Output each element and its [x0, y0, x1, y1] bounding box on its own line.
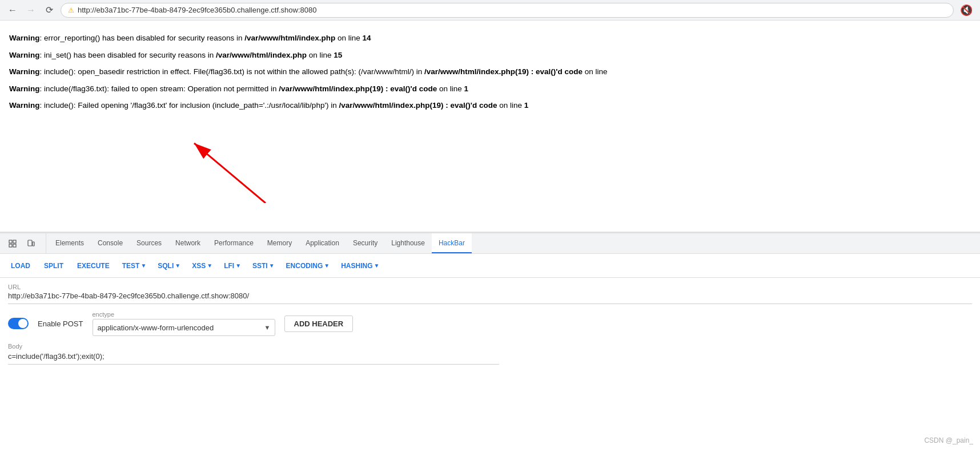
device-toolbar-button[interactable]: [23, 236, 39, 252]
svg-rect-2: [9, 240, 12, 243]
devtools-tab-console[interactable]: Console: [91, 233, 130, 253]
browser-chrome: ← → ⟳ ⚠ http://eb3a71bc-77be-4bab-8479-2…: [0, 0, 980, 21]
page-content: Warning: error_reporting() has been disa…: [0, 21, 980, 232]
devtools-tab-elements[interactable]: Elements: [49, 233, 91, 253]
devtools-tabs-list: ElementsConsoleSourcesNetworkPerformance…: [49, 233, 472, 253]
hackbar-lfi-button[interactable]: LFI▼: [219, 258, 246, 273]
devtools-tab-performance[interactable]: Performance: [207, 233, 260, 253]
hackbar-split-button[interactable]: SPLIT: [38, 258, 70, 273]
url-value[interactable]: http://eb3a71bc-77be-4bab-8479-2ec9fce36…: [8, 292, 972, 304]
enable-post-toggle[interactable]: [8, 318, 29, 329]
hackbar-buttons-group: LOADSPLITEXECUTETEST▼SQLI▼XSS▼LFI▼SSTI▼E…: [5, 258, 384, 273]
back-button[interactable]: ←: [6, 3, 19, 17]
warning-line: Warning: include(/flag36.txt): failed to…: [9, 83, 971, 95]
mute-button[interactable]: 🔇: [958, 2, 974, 18]
devtools-tab-sources[interactable]: Sources: [130, 233, 168, 253]
url-section: URL http://eb3a71bc-77be-4bab-8479-2ec9f…: [8, 284, 972, 304]
enctype-select-wrapper: application/x-www-form-urlencodedmultipa…: [93, 319, 275, 336]
body-section: Body c=include('/flag36.txt');exit(0);: [8, 343, 972, 365]
devtools-tab-network[interactable]: Network: [168, 233, 207, 253]
devtools-tab-memory[interactable]: Memory: [260, 233, 299, 253]
hackbar-sqli-button[interactable]: SQLI▼: [152, 258, 186, 273]
inspect-element-button[interactable]: [5, 236, 21, 252]
warning-line: Warning: ini_set() has been disabled for…: [9, 49, 971, 62]
body-label: Body: [8, 343, 972, 350]
body-value[interactable]: c=include('/flag36.txt');exit(0);: [8, 352, 499, 365]
post-row: Enable POST enctype application/x-www-fo…: [8, 311, 972, 336]
add-header-button[interactable]: ADD HEADER: [284, 315, 354, 332]
devtools-tab-bar: ElementsConsoleSourcesNetworkPerformance…: [0, 233, 980, 254]
hackbar-hashing-button[interactable]: HASHING▼: [336, 258, 384, 273]
csdn-watermark: CSDN @_pain_: [924, 436, 973, 444]
hackbar-test-button[interactable]: TEST▼: [117, 258, 152, 273]
hackbar-execute-button[interactable]: EXECUTE: [71, 258, 116, 273]
address-text: http://eb3a71bc-77be-4bab-8479-2ec9fce36…: [78, 6, 316, 14]
reload-button[interactable]: ⟳: [42, 3, 56, 17]
hackbar-body: URL http://eb3a71bc-77be-4bab-8479-2ec9f…: [0, 278, 980, 449]
svg-rect-6: [28, 240, 32, 246]
svg-rect-7: [33, 242, 34, 246]
hackbar-xss-button[interactable]: XSS▼: [187, 258, 218, 273]
svg-rect-4: [9, 244, 12, 247]
forward-button[interactable]: →: [24, 3, 38, 17]
enable-post-label: Enable POST: [38, 319, 83, 328]
enctype-group: enctype application/x-www-form-urlencode…: [93, 311, 275, 336]
warning-line: Warning: error_reporting() has been disa…: [9, 32, 971, 45]
devtools-tab-application[interactable]: Application: [299, 233, 346, 253]
warning-line: Warning: include(): Failed opening '/fla…: [9, 99, 971, 112]
devtools-tab-lighthouse[interactable]: Lighthouse: [384, 233, 432, 253]
devtools-tab-hackbar[interactable]: HackBar: [432, 233, 472, 253]
security-warning-icon: ⚠: [68, 6, 74, 14]
svg-rect-3: [13, 240, 16, 243]
devtools-icon-group: [5, 233, 46, 253]
devtools-tab-security[interactable]: Security: [346, 233, 384, 253]
hackbar-ssti-button[interactable]: SSTI▼: [247, 258, 280, 273]
devtools-panel: ElementsConsoleSourcesNetworkPerformance…: [0, 232, 980, 449]
hackbar-load-button[interactable]: LOAD: [5, 258, 37, 273]
enctype-select[interactable]: application/x-www-form-urlencodedmultipa…: [93, 319, 275, 336]
svg-rect-5: [13, 244, 16, 247]
hackbar-encoding-button[interactable]: ENCODING▼: [281, 258, 335, 273]
address-bar[interactable]: ⚠ http://eb3a71bc-77be-4bab-8479-2ec9fce…: [61, 3, 954, 18]
hackbar-toolbar: LOADSPLITEXECUTETEST▼SQLI▼XSS▼LFI▼SSTI▼E…: [0, 254, 980, 278]
enctype-label: enctype: [93, 311, 275, 318]
url-label: URL: [8, 284, 972, 290]
warning-line: Warning: include(): open_basedir restric…: [9, 66, 971, 78]
